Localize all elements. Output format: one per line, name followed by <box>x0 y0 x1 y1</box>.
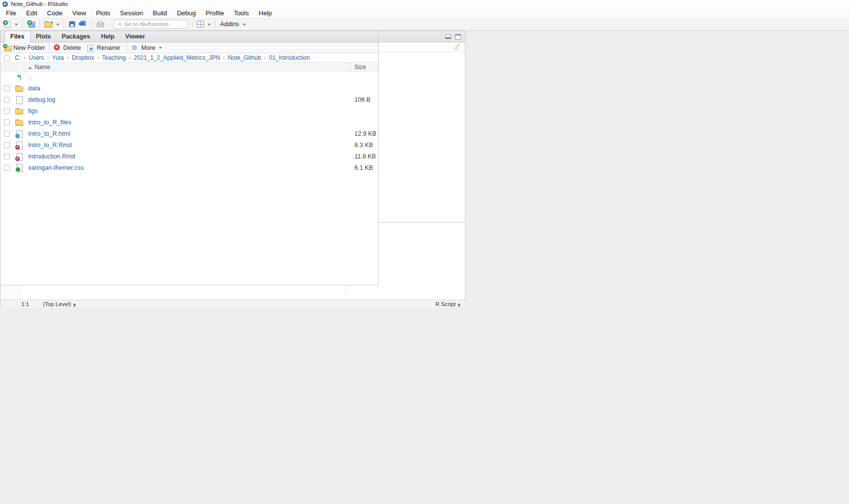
addins-button[interactable]: Addins <box>220 21 239 28</box>
file-link[interactable]: Intro_to_R.Rmd <box>28 142 72 149</box>
file-size: 8.3 KB <box>354 142 373 149</box>
breadcrumb-item[interactable]: 2021_1_2_Applied_Metrics_JPN <box>126 54 220 61</box>
table-row[interactable]: Intro_to_R_files <box>0 117 378 128</box>
size-column-header[interactable]: Size <box>354 64 366 71</box>
clear-console-icon[interactable] <box>453 43 461 51</box>
scope-selector[interactable]: (Top Level) <box>43 301 77 307</box>
file-link[interactable]: debug.log <box>28 96 55 103</box>
chevron-down-icon[interactable] <box>56 24 59 27</box>
breadcrumb-item[interactable]: Note_Github <box>220 54 261 61</box>
breadcrumb-item[interactable]: Yuta <box>44 54 64 61</box>
file-link[interactable]: data <box>28 85 40 92</box>
files-tab[interactable]: Viewer <box>120 31 151 42</box>
breadcrumb-item[interactable]: Teaching <box>94 54 126 61</box>
main-toolbar: ➜ ➜ Addins <box>0 18 849 31</box>
chevron-down-icon[interactable] <box>243 24 246 27</box>
file-link[interactable]: Intro_to_R.html <box>28 130 70 137</box>
table-row[interactable]: debug.log 106 B <box>0 94 378 106</box>
file-type-icon <box>15 130 23 138</box>
table-row[interactable]: Intro_to_R.html 12.9 KB <box>0 128 378 140</box>
row-checkbox[interactable] <box>4 97 10 103</box>
editor-status-bar: 1:1 (Top Level) R Script <box>0 300 465 308</box>
menu-item[interactable]: View <box>67 8 91 18</box>
gear-icon[interactable]: ⚙ <box>131 44 139 52</box>
file-link[interactable]: xaringan-themer.css <box>28 164 84 171</box>
files-tab[interactable]: Plots <box>31 31 57 42</box>
new-project-icon[interactable] <box>27 20 35 28</box>
menu-item[interactable]: Session <box>115 8 148 18</box>
delete-button[interactable]: Delete <box>63 44 81 51</box>
row-checkbox[interactable] <box>4 154 10 159</box>
files-tab[interactable]: Packages <box>56 31 96 42</box>
table-row[interactable]: Introduction.Rmd 11.8 KB <box>0 151 378 162</box>
row-checkbox[interactable] <box>4 119 10 125</box>
tab-label: Viewer <box>125 33 145 40</box>
file-type-icon <box>15 164 23 172</box>
chevron-down-icon[interactable] <box>208 24 211 27</box>
scope-label: (Top Level) <box>43 301 71 307</box>
menu-item[interactable]: Code <box>42 8 67 18</box>
open-file-icon[interactable]: ➜ <box>44 20 52 28</box>
menu-item[interactable]: Help <box>254 8 277 18</box>
new-file-icon[interactable] <box>3 20 11 28</box>
menu-item[interactable]: Debug <box>172 8 200 18</box>
new-folder-button[interactable]: New Folder <box>13 44 45 51</box>
row-checkbox[interactable] <box>4 131 10 137</box>
file-type-icon <box>15 153 23 160</box>
table-row[interactable]: Intro_to_R.Rmd 8.3 KB <box>0 140 378 151</box>
breadcrumb-item[interactable]: 01_Introduction <box>261 54 310 61</box>
breadcrumb-item[interactable]: Users <box>21 54 44 61</box>
doc-type-selector[interactable]: R Script <box>435 301 461 307</box>
new-folder-icon[interactable] <box>3 44 11 52</box>
table-row[interactable]: data <box>0 83 378 94</box>
file-link[interactable]: .. <box>28 74 32 80</box>
menu-item[interactable]: Plots <box>91 8 115 18</box>
file-size: 12.9 KB <box>354 130 376 137</box>
menu-item[interactable]: Tools <box>229 8 254 18</box>
pane-layout-icon[interactable] <box>197 21 204 28</box>
rename-button[interactable]: Rename <box>97 44 120 51</box>
divider <box>22 20 23 29</box>
row-checkbox[interactable] <box>4 165 10 171</box>
delete-icon[interactable] <box>53 44 61 52</box>
divider <box>215 20 216 29</box>
minimize-pane-icon[interactable] <box>445 35 451 39</box>
row-checkbox[interactable] <box>4 108 10 114</box>
table-row[interactable]: figs <box>0 106 378 117</box>
file-link[interactable]: figs <box>28 108 38 115</box>
divider <box>192 20 193 29</box>
up-down-icon <box>458 302 461 307</box>
goto-file-search[interactable]: ➜ <box>114 20 188 29</box>
save-icon[interactable] <box>69 20 77 28</box>
file-link[interactable]: Intro_to_R_files <box>28 119 72 126</box>
print-icon[interactable] <box>96 20 104 28</box>
breadcrumb-item[interactable]: Dropbox <box>64 54 94 61</box>
maximize-pane-icon[interactable] <box>455 34 461 39</box>
goto-file-input[interactable] <box>124 21 185 27</box>
table-row[interactable]: .. <box>0 72 378 83</box>
select-all-checkbox[interactable] <box>4 55 10 61</box>
menu-item[interactable]: Profile <box>201 8 229 18</box>
divider <box>91 20 92 29</box>
breadcrumb-item[interactable]: C: <box>15 54 21 61</box>
rename-icon[interactable] <box>87 44 95 52</box>
file-link[interactable]: Introduction.Rmd <box>28 153 75 160</box>
divider <box>64 20 64 29</box>
save-all-icon[interactable] <box>79 20 87 28</box>
menu-item[interactable]: File <box>1 8 21 18</box>
chevron-down-icon[interactable] <box>15 24 18 27</box>
file-size: 106 B <box>354 96 371 103</box>
name-column-header[interactable]: Name <box>28 64 50 71</box>
chevron-down-icon[interactable] <box>159 47 162 50</box>
tab-label: Packages <box>62 33 90 40</box>
menu-item[interactable]: Edit <box>21 8 42 18</box>
files-tab[interactable]: Files <box>4 31 31 42</box>
column-divider <box>13 63 13 71</box>
menu-item[interactable]: Build <box>148 8 172 18</box>
table-row[interactable]: xaringan-themer.css 6.1 KB <box>0 162 378 174</box>
more-button[interactable]: More <box>141 44 155 51</box>
files-header-row: Name Size <box>0 62 378 72</box>
row-checkbox[interactable] <box>4 142 10 148</box>
files-tab[interactable]: Help <box>96 31 120 42</box>
row-checkbox[interactable] <box>4 85 10 91</box>
